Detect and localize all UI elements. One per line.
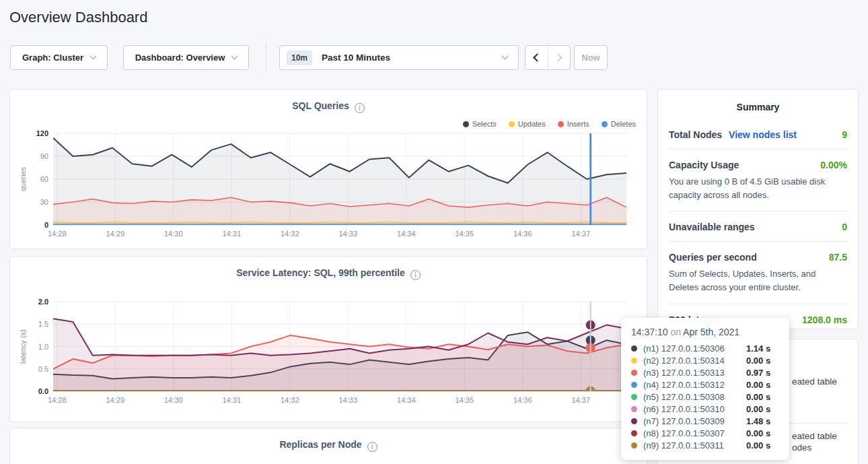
unavailable-ranges-label: Unavailable ranges bbox=[669, 222, 755, 232]
svg-text:14:37: 14:37 bbox=[571, 230, 590, 238]
overview-dashboard-page: Overview Dashboard Graph: Cluster Dashbo… bbox=[0, 0, 868, 464]
tooltip-timestamp: 14:37:10 on Apr 5th, 2021 bbox=[631, 327, 780, 337]
unavailable-ranges-value: 0 bbox=[842, 222, 847, 232]
svg-text:14:28: 14:28 bbox=[48, 230, 67, 238]
svg-text:14:36: 14:36 bbox=[513, 230, 532, 238]
capacity-usage-label: Capacity Usage bbox=[669, 160, 739, 170]
now-button[interactable]: Now bbox=[574, 45, 608, 70]
service-latency-plot[interactable]: 0.00.51.01.52.014:2814:2914:3014:3114:32… bbox=[10, 257, 647, 422]
legend-item-updates[interactable]: Updates bbox=[509, 120, 546, 128]
total-nodes-label: Total Nodes bbox=[669, 129, 722, 140]
page-title: Overview Dashboard bbox=[9, 9, 147, 26]
sql-queries-chart-card: 030609012014:2814:2914:3014:3114:3214:33… bbox=[9, 89, 647, 249]
svg-text:14:33: 14:33 bbox=[338, 396, 357, 404]
queries-per-second-label: Queries per second bbox=[669, 252, 757, 263]
service-latency-chart-card: 0.00.51.01.52.014:2814:2914:3014:3114:32… bbox=[9, 256, 647, 422]
svg-text:60: 60 bbox=[40, 175, 48, 183]
svg-text:14:31: 14:31 bbox=[222, 230, 241, 238]
queries-per-second-value: 87.5 bbox=[829, 252, 847, 263]
svg-text:90: 90 bbox=[40, 152, 48, 160]
svg-text:1.5: 1.5 bbox=[38, 320, 48, 328]
deletes-dot-icon bbox=[602, 121, 608, 127]
summary-title: Summary bbox=[669, 90, 847, 119]
legend-item-selects[interactable]: Selects bbox=[463, 120, 497, 128]
prev-time-button[interactable] bbox=[526, 46, 548, 69]
node-color-dot-icon bbox=[631, 430, 637, 436]
svg-text:0.5: 0.5 bbox=[38, 365, 48, 373]
event-item-fragment[interactable]: odes bbox=[792, 442, 811, 453]
svg-text:14:34: 14:34 bbox=[397, 396, 416, 404]
event-item-fragment[interactable]: eated table bbox=[792, 376, 837, 387]
capacity-usage-description: You are using 0 B of 4.5 GiB usable disk… bbox=[669, 175, 847, 211]
legend-item-inserts[interactable]: Inserts bbox=[558, 120, 589, 128]
summary-panel: Summary Total Nodes View nodes list 9 Ca… bbox=[657, 89, 859, 329]
svg-text:queries: queries bbox=[19, 166, 27, 191]
graph-selector-dropdown[interactable]: Graph: Cluster bbox=[10, 45, 108, 70]
replicas-per-node-title: Replicas per Nodei bbox=[10, 439, 647, 452]
chevron-down-icon bbox=[90, 53, 97, 60]
replicas-per-node-chart-card: Replicas per Nodei bbox=[9, 428, 647, 464]
svg-text:0.0: 0.0 bbox=[38, 387, 48, 395]
node-color-dot-icon bbox=[631, 382, 637, 388]
tooltip-row-n8: (n8) 127.0.0.1:50307 0.00 s bbox=[631, 427, 780, 439]
tooltip-row-n2: (n2) 127.0.0.1:50314 0.00 s bbox=[631, 354, 780, 366]
svg-text:latency (s): latency (s) bbox=[19, 329, 27, 364]
event-item-fragment[interactable]: eated table bbox=[792, 431, 837, 441]
info-icon[interactable]: i bbox=[355, 103, 365, 113]
capacity-usage-value: 0.00% bbox=[820, 160, 847, 170]
node-color-dot-icon bbox=[631, 442, 637, 449]
node-color-dot-icon bbox=[631, 418, 637, 424]
svg-text:14:28: 14:28 bbox=[48, 396, 67, 404]
svg-text:14:34: 14:34 bbox=[397, 230, 416, 238]
tooltip-row-n5: (n5) 127.0.0.1:50308 0.00 s bbox=[631, 391, 780, 403]
queries-per-second-description: Sum of Selects, Updates, Inserts, and De… bbox=[669, 267, 847, 303]
svg-text:14:30: 14:30 bbox=[164, 396, 183, 404]
tooltip-row-n1: (n1) 127.0.0.1:50306 1.14 s bbox=[631, 342, 780, 354]
svg-text:14:37: 14:37 bbox=[571, 396, 590, 404]
time-range-badge: 10m bbox=[287, 51, 312, 65]
graph-selector-label: Graph: Cluster bbox=[22, 53, 83, 63]
dashboard-selector-label: Dashboard: Overview bbox=[135, 53, 225, 63]
time-range-label: Past 10 Minutes bbox=[322, 53, 503, 63]
node-color-dot-icon bbox=[631, 394, 637, 400]
total-nodes-value: 9 bbox=[842, 129, 847, 140]
chevron-down-icon bbox=[502, 53, 509, 60]
time-nav-group bbox=[525, 45, 571, 70]
info-icon[interactable]: i bbox=[367, 442, 377, 452]
service-latency-title: Service Latency: SQL, 99th percentilei bbox=[10, 267, 647, 280]
svg-text:14:29: 14:29 bbox=[106, 230, 124, 238]
svg-text:14:30: 14:30 bbox=[164, 230, 183, 238]
chevron-down-icon bbox=[231, 53, 238, 60]
svg-text:2.0: 2.0 bbox=[38, 298, 48, 306]
svg-text:14:35: 14:35 bbox=[455, 230, 474, 238]
node-color-dot-icon bbox=[631, 345, 637, 352]
tooltip-row-n4: (n4) 127.0.0.1:50312 0.00 s bbox=[631, 378, 780, 391]
chart-hover-tooltip: 14:37:10 on Apr 5th, 2021 (n1) 127.0.0.1… bbox=[621, 318, 789, 460]
svg-text:14:32: 14:32 bbox=[281, 396, 299, 404]
next-time-button[interactable] bbox=[548, 46, 571, 69]
svg-text:14:36: 14:36 bbox=[513, 396, 532, 404]
node-color-dot-icon bbox=[631, 370, 637, 376]
info-icon[interactable]: i bbox=[410, 270, 421, 280]
tooltip-row-n3: (n3) 127.0.0.1:50313 0.97 s bbox=[631, 366, 780, 378]
updates-dot-icon bbox=[509, 121, 515, 127]
node-color-dot-icon bbox=[631, 406, 637, 412]
total-nodes-row: Total Nodes View nodes list 9 bbox=[669, 119, 847, 149]
svg-text:14:33: 14:33 bbox=[338, 230, 357, 238]
time-range-dropdown[interactable]: 10m Past 10 Minutes bbox=[279, 45, 519, 70]
tooltip-row-n9: (n9) 127.0.0.1:50311 0.00 s bbox=[631, 439, 780, 451]
chevron-right-icon bbox=[554, 53, 563, 62]
p99-latency-value: 1208.0 ms bbox=[802, 314, 847, 325]
view-nodes-list-link[interactable]: View nodes list bbox=[729, 129, 797, 140]
tooltip-row-n7: (n7) 127.0.0.1:50309 1.48 s bbox=[631, 415, 780, 427]
now-button-label: Now bbox=[581, 53, 600, 63]
svg-text:14:32: 14:32 bbox=[281, 230, 299, 238]
controls-divider bbox=[266, 42, 266, 72]
tooltip-row-n6: (n6) 127.0.0.1:50310 0.00 s bbox=[631, 403, 780, 415]
node-color-dot-icon bbox=[631, 358, 637, 364]
sql-queries-plot[interactable]: 030609012014:2814:2914:3014:3114:3214:33… bbox=[10, 90, 647, 248]
sql-queries-legend: Selects Updates Inserts Deletes bbox=[463, 120, 636, 128]
selects-dot-icon bbox=[463, 121, 469, 127]
legend-item-deletes[interactable]: Deletes bbox=[602, 120, 636, 128]
dashboard-selector-dropdown[interactable]: Dashboard: Overview bbox=[123, 45, 249, 70]
